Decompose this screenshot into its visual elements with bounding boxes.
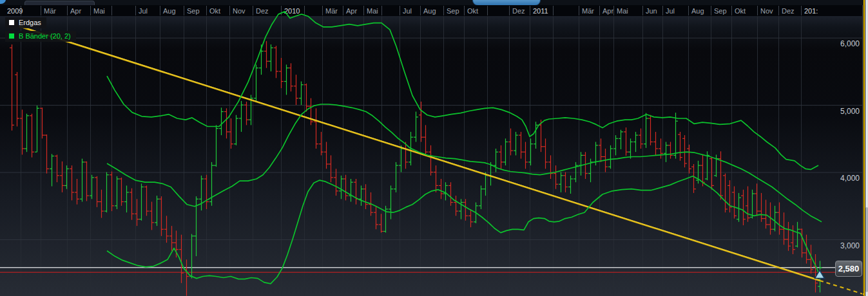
svg-text:201:: 201: <box>804 7 818 15</box>
chart-legend: Erdgas B Bänder (20, 2) <box>5 17 76 44</box>
svg-text:Sep: Sep <box>187 7 200 15</box>
svg-text:Mai: Mai <box>617 7 628 15</box>
svg-text:Dez: Dez <box>256 7 269 15</box>
svg-text:4,000: 4,000 <box>840 174 860 183</box>
svg-text:Jul: Jul <box>403 7 412 15</box>
indicator-label: B Bänder (20, 2) <box>19 32 71 40</box>
svg-text:2011: 2011 <box>533 7 548 15</box>
svg-text:Okt: Okt <box>209 7 220 15</box>
trading-chart-window: 2009MärAprMaiJulAugSepOktNovDez2010MärAp… <box>0 0 868 296</box>
legend-item-bbands[interactable]: B Bänder (20, 2) <box>5 31 76 42</box>
svg-text:5,000: 5,000 <box>840 107 860 116</box>
svg-text:Aug: Aug <box>423 7 436 15</box>
svg-text:Mär: Mär <box>582 7 594 15</box>
svg-text:Okt: Okt <box>467 7 478 15</box>
svg-text:Apr: Apr <box>603 7 613 15</box>
svg-text:Mai: Mai <box>367 7 378 15</box>
indicator-swatch-icon <box>9 33 14 39</box>
svg-text:Apr: Apr <box>346 7 357 15</box>
svg-text:6,000: 6,000 <box>840 39 860 48</box>
svg-text:Jun: Jun <box>646 7 657 15</box>
svg-text:Nov: Nov <box>233 7 246 15</box>
scrollbar-thumb[interactable] <box>865 207 868 292</box>
svg-text:2009: 2009 <box>7 7 23 15</box>
series-swatch-icon <box>9 20 14 25</box>
price-chart-canvas[interactable]: 2009MärAprMaiJulAugSepOktNovDez2010MärAp… <box>0 0 868 296</box>
svg-text:Aug: Aug <box>691 7 704 15</box>
svg-text:Okt: Okt <box>735 7 746 15</box>
svg-text:Nov: Nov <box>760 7 773 15</box>
svg-text:Sep: Sep <box>447 7 459 15</box>
current-price-badge: 2,580 <box>835 261 862 277</box>
svg-text:Sep: Sep <box>714 7 727 15</box>
svg-text:Dez: Dez <box>782 7 795 15</box>
legend-item-erdgas[interactable]: Erdgas <box>5 17 46 28</box>
series-label: Erdgas <box>19 19 41 26</box>
svg-text:Dez: Dez <box>512 7 525 15</box>
svg-text:Mär: Mär <box>44 7 56 15</box>
svg-text:Apr: Apr <box>70 7 81 15</box>
svg-text:Jul: Jul <box>666 7 675 15</box>
svg-text:Jul: Jul <box>139 7 148 15</box>
svg-text:Aug: Aug <box>163 7 176 15</box>
svg-text:Mai: Mai <box>93 7 105 15</box>
svg-text:3,000: 3,000 <box>840 241 860 250</box>
svg-text:Mär: Mär <box>325 7 338 15</box>
